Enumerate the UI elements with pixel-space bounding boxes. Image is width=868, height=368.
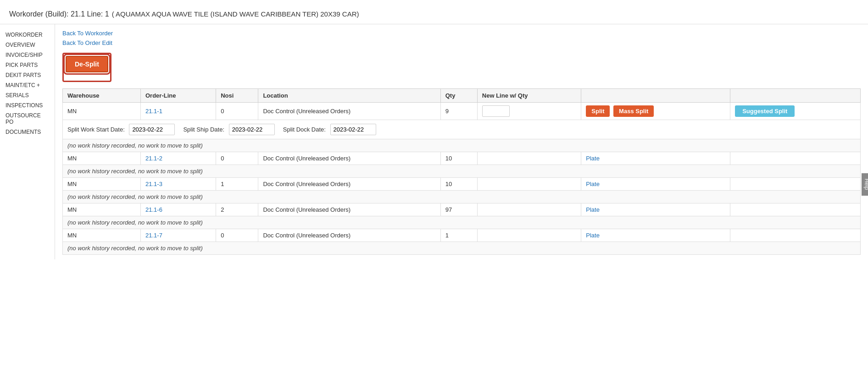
order-line-link-3[interactable]: 21.1-3 <box>145 181 162 187</box>
back-to-workorder-link[interactable]: Back To Workorder <box>62 29 861 38</box>
cell-empty <box>730 152 861 165</box>
cell-plate: Plate <box>581 177 730 190</box>
plate-link-3[interactable]: Plate <box>586 181 600 187</box>
cell-new-line-qty <box>477 102 581 120</box>
title-main: Workorder (Build): 21.1 Line: 1 <box>9 10 109 18</box>
work-start-label: Split Work Start Date: <box>67 126 125 133</box>
cell-nosi: 0 <box>216 102 258 120</box>
col-actions1 <box>581 88 730 102</box>
table-row: MN 21.1-6 2 Doc Control (Unreleased Orde… <box>63 203 861 216</box>
sidebar-item-workorder[interactable]: WORKORDER <box>5 30 50 40</box>
plate-link-7[interactable]: Plate <box>586 232 600 239</box>
cell-warehouse: MN <box>63 102 141 120</box>
cell-qty: 9 <box>440 102 477 120</box>
cell-new-line-qty <box>477 177 581 190</box>
order-line-link-6[interactable]: 21.1-6 <box>145 206 162 213</box>
cell-new-line-qty <box>477 203 581 216</box>
page-title: Workorder (Build): 21.1 Line: 1 ( AQUAMA… <box>0 0 868 24</box>
dates-cell: Split Work Start Date: Split Ship Date: … <box>63 120 861 139</box>
info-cell-3: (no work history recorded, no work to mo… <box>63 190 861 203</box>
info-cell-5: (no work history recorded, no work to mo… <box>63 242 861 254</box>
sidebar-item-outsource-po[interactable]: OUTSOURCE PO <box>5 110 50 127</box>
plate-link-6[interactable]: Plate <box>586 206 600 213</box>
col-location: Location <box>258 88 440 102</box>
desplit-wrapper: De-Split <box>62 53 111 82</box>
qty-input-1[interactable] <box>482 105 510 117</box>
nav-links: Back To Workorder Back To Order Edit <box>62 29 861 48</box>
col-actions2 <box>730 88 861 102</box>
cell-plate: Plate <box>581 203 730 216</box>
info-row-1: (no work history recorded, no work to mo… <box>63 139 861 152</box>
sidebar-item-inspections[interactable]: INSPECTIONS <box>5 100 50 110</box>
info-row-4: (no work history recorded, no work to mo… <box>63 216 861 229</box>
col-qty: Qty <box>440 88 477 102</box>
sidebar-item-serials[interactable]: SERIALS <box>5 90 50 100</box>
cell-location: Doc Control (Unreleased Orders) <box>258 203 440 216</box>
cell-qty: 10 <box>440 152 477 165</box>
sidebar-item-overview[interactable]: OVERVIEW <box>5 40 50 50</box>
order-line-link-7[interactable]: 21.1-7 <box>145 232 162 239</box>
cell-nosi: 2 <box>216 203 258 216</box>
split-button[interactable]: Split <box>586 105 610 117</box>
cell-warehouse: MN <box>63 152 141 165</box>
sidebar-item-documents[interactable]: DOCUMENTS <box>5 127 50 137</box>
dock-date-input[interactable] <box>330 124 376 135</box>
mass-split-button[interactable]: Mass Split <box>613 105 654 117</box>
cell-location: Doc Control (Unreleased Orders) <box>258 229 440 242</box>
desplit-button[interactable]: De-Split <box>66 56 108 72</box>
cell-order-line: 21.1-3 <box>141 177 216 190</box>
sidebar-item-invoice-ship[interactable]: INVOICE/SHIP <box>5 50 50 60</box>
cell-order-line: 21.1-1 <box>141 102 216 120</box>
plate-link-2[interactable]: Plate <box>586 155 600 162</box>
info-row-5: (no work history recorded, no work to mo… <box>63 242 861 254</box>
cell-location: Doc Control (Unreleased Orders) <box>258 102 440 120</box>
sidebar-item-dekit-parts[interactable]: DEKIT PARTS <box>5 70 50 80</box>
info-cell-2: (no work history recorded, no work to mo… <box>63 165 861 177</box>
order-line-link-2[interactable]: 21.1-2 <box>145 155 162 162</box>
main-content: Back To Workorder Back To Order Edit De-… <box>55 24 868 259</box>
cell-order-line: 21.1-6 <box>141 203 216 216</box>
cell-nosi: 0 <box>216 229 258 242</box>
dock-date-label: Split Dock Date: <box>283 126 326 133</box>
cell-split-actions: Split Mass Split <box>581 102 730 120</box>
sidebar: WORKORDER OVERVIEW INVOICE/SHIP PICK PAR… <box>0 24 55 259</box>
order-line-link-1[interactable]: 21.1-1 <box>145 108 162 115</box>
cell-plate: Plate <box>581 152 730 165</box>
title-subtitle: ( AQUAMAX AQUA WAVE TILE (ISLAND WAVE CA… <box>112 10 359 18</box>
col-warehouse: Warehouse <box>63 88 141 102</box>
cell-order-line: 21.1-2 <box>141 152 216 165</box>
cell-nosi: 0 <box>216 152 258 165</box>
cell-qty: 97 <box>440 203 477 216</box>
cell-new-line-qty <box>477 152 581 165</box>
sidebar-item-pick-parts[interactable]: PICK PARTS <box>5 60 50 70</box>
table-row: MN 21.1-7 0 Doc Control (Unreleased Orde… <box>63 229 861 242</box>
dates-row-1: Split Work Start Date: Split Ship Date: … <box>63 120 861 139</box>
cell-empty <box>730 229 861 242</box>
cell-warehouse: MN <box>63 229 141 242</box>
cell-empty <box>730 177 861 190</box>
work-start-date-input[interactable] <box>129 124 175 135</box>
cell-plate: Plate <box>581 229 730 242</box>
cell-qty: 1 <box>440 229 477 242</box>
info-cell-1: (no work history recorded, no work to mo… <box>63 139 861 152</box>
cell-new-line-qty <box>477 229 581 242</box>
cell-location: Doc Control (Unreleased Orders) <box>258 152 440 165</box>
info-row-2: (no work history recorded, no work to mo… <box>63 165 861 177</box>
cell-order-line: 21.1-7 <box>141 229 216 242</box>
sidebar-item-maint-etc[interactable]: MAINT/ETC + <box>5 80 50 90</box>
ship-date-input[interactable] <box>229 124 275 135</box>
cell-nosi: 1 <box>216 177 258 190</box>
info-cell-4: (no work history recorded, no work to mo… <box>63 216 861 229</box>
split-table: Warehouse Order-Line Nosi Location Qty N… <box>62 88 861 255</box>
table-row: MN 21.1-2 0 Doc Control (Unreleased Orde… <box>63 152 861 165</box>
cell-location: Doc Control (Unreleased Orders) <box>258 177 440 190</box>
cell-warehouse: MN <box>63 177 141 190</box>
cell-qty: 10 <box>440 177 477 190</box>
table-row: MN 21.1-3 1 Doc Control (Unreleased Orde… <box>63 177 861 190</box>
table-row: MN 21.1-1 0 Doc Control (Unreleased Orde… <box>63 102 861 120</box>
help-tab[interactable]: Help <box>862 173 868 195</box>
cell-warehouse: MN <box>63 203 141 216</box>
back-to-order-edit-link[interactable]: Back To Order Edit <box>62 38 861 48</box>
suggested-split-button[interactable]: Suggested Split <box>735 105 795 117</box>
cell-suggested-split: Suggested Split <box>730 102 861 120</box>
